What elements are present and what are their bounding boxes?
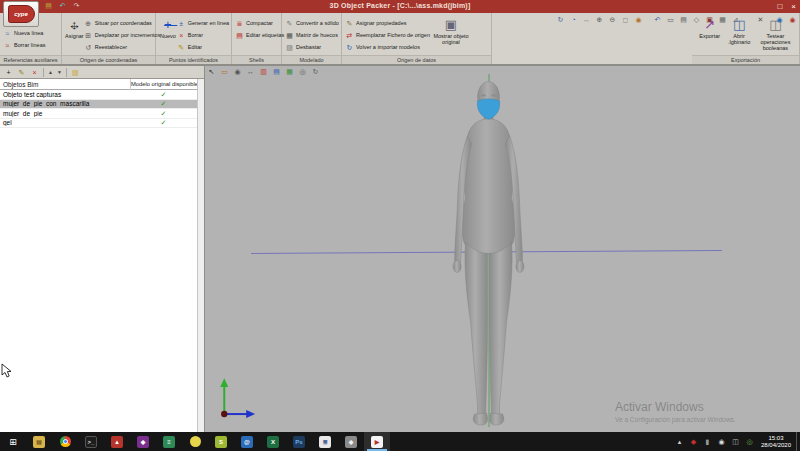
reestablecer-button[interactable]: ↺Reestablecer [84,42,161,52]
tray-app1-icon[interactable]: ◆ [689,437,698,446]
pin-icon[interactable]: ✕ [756,14,765,25]
zoom-extents-icon[interactable]: ◉ [634,14,643,25]
rotate-view-icon[interactable]: ↻ [556,14,565,25]
shaded-view-icon[interactable]: ▣ [705,14,714,25]
design-app-icon[interactable]: ▲ [104,432,130,451]
button-label: Convertir a sólido [296,20,339,26]
reemplazar-fichero-de-origen-button[interactable]: ⇄Reemplazar Fichero de origen [345,30,430,40]
app-logo[interactable]: cype [3,1,39,27]
object-row-mujer-de-pie[interactable]: mujer_de_pie✓ [0,109,197,119]
edit-object-icon[interactable]: ✎ [17,68,26,77]
mostrar-objeto-original-button[interactable]: ▣Mostrar objeto original [430,14,472,45]
pan-view-icon[interactable]: ↔ [582,14,591,25]
move-down-icon[interactable]: ▼ [57,69,62,75]
generar-en-l-nea-button[interactable]: ±Generar en línea [177,18,229,28]
zoom-window-icon[interactable]: ▭ [220,67,229,76]
perspective-view-icon[interactable]: ⊿ [731,14,740,25]
3d-viewport[interactable]: ↖▭◉↔▥▤▦◎↻ [204,65,800,432]
chrome-icon[interactable] [52,432,78,451]
cype-3d-object-packer-icon[interactable]: ▶ [364,432,390,451]
front-view-icon[interactable]: ▥ [259,67,268,76]
tray-network-icon[interactable]: ◫ [731,437,740,446]
close-window-button[interactable]: × [791,1,796,12]
tray-app2-icon[interactable]: ▮ [703,437,712,446]
photoshop-icon[interactable]: Ps [286,432,312,451]
terminal-icon[interactable]: >_ [78,432,104,451]
orbit-icon[interactable]: ◔ [569,14,578,25]
model-available-check: ✓ [130,118,197,127]
taskbar-clock[interactable]: 15:03 28/04/2020 [756,435,796,449]
rotate-icon[interactable]: ↻ [311,67,320,76]
borrar-button[interactable]: ×Borrar [177,30,229,40]
reimport-models-icon: ↻ [345,43,354,52]
photoshop-glyph: Ps [293,436,305,448]
visibility-icon[interactable]: ◎ [298,67,307,76]
pan-icon[interactable]: ↔ [246,67,255,76]
show-desktop-button[interactable] [796,432,800,451]
new-line-icon: ≈ [3,29,12,38]
show-original-icon: ▣ [445,17,457,32]
side-view-icon[interactable]: ▤ [272,67,281,76]
desplazar-por-incrementos-button[interactable]: ⊞Desplazar por incrementos [84,30,161,40]
zoom-in-icon[interactable]: ⊕ [595,14,604,25]
utility-app-icon[interactable]: ◆ [338,432,364,451]
tray-volume-icon[interactable]: ◉ [717,437,726,446]
object-name: mujer_de_pie [0,110,130,117]
file-explorer-icon[interactable]: ▤ [26,432,52,451]
button-label: Nuevo [160,33,176,39]
notes-app-icon[interactable]: ≡ [156,432,182,451]
top-view-icon[interactable]: ▦ [285,67,294,76]
borrar-l-neas-button[interactable]: ≈Borrar líneas [3,40,46,50]
object-row-objeto-test-capturas[interactable]: Objeto test capturas✓ [0,90,197,100]
desbastar-button[interactable]: ▨Desbastar [285,42,339,52]
3d-scene[interactable] [205,66,800,432]
sketch-app-icon[interactable]: S [208,432,234,451]
nueva-l-nea-button[interactable]: ≈Nueva línea [3,28,46,38]
document-app-icon[interactable]: ≣ [312,432,338,451]
front-view-icon[interactable]: ▭ [666,14,675,25]
zoom-window-icon[interactable]: ◻ [621,14,630,25]
mannequin-left-leg [465,242,488,416]
nuevo-button[interactable]: +—Nuevo [159,14,177,39]
mannequin-right-hand [516,260,524,272]
add-object-icon[interactable]: + [4,68,13,77]
iso-view-icon[interactable]: ◇ [692,14,701,25]
excel-icon[interactable]: X [260,432,286,451]
holes-matrix-icon: ▦ [285,31,294,40]
compactar-button[interactable]: ≣Compactar [235,18,284,28]
select-icon[interactable]: ↖ [207,67,216,76]
about-icon[interactable]: ◉ [788,14,797,25]
asignar-button[interactable]: ↔↕Asignar [65,14,84,39]
top-view-icon[interactable]: ▤ [679,14,688,25]
wireframe-view-icon[interactable]: ▦ [718,14,727,25]
open-folder-icon[interactable]: ▨ [71,68,80,77]
previous-view-icon[interactable]: ↶ [653,14,662,25]
start-button[interactable]: ⊞ [0,432,26,451]
zoom-out-icon[interactable]: ⊖ [608,14,617,25]
tray-expand-icon[interactable]: ▴ [675,437,684,446]
object-row-gel[interactable]: gel✓ [0,119,197,129]
volver-a-importar-modelos-button[interactable]: ↻Volver a importar modelos [345,42,430,52]
convertir-a-s-lido-button[interactable]: ✎Convertir a sólido [285,18,339,28]
mannequin-right-leg [490,242,513,416]
editar-etiquetas-button[interactable]: ▤Editar etiquetas [235,30,284,40]
zoom-extents-icon[interactable]: ◉ [233,67,242,76]
sketch-app-glyph: S [215,436,227,448]
move-increments-icon: ⊞ [84,31,93,40]
move-up-icon[interactable]: ▲ [48,69,53,75]
mannequin-torso [462,119,515,254]
asignar-propiedades-button[interactable]: ✎Asignar propiedades [345,18,430,28]
ideas-app-icon[interactable] [182,432,208,451]
help-icon[interactable]: ◉ [775,14,784,25]
delete-object-icon[interactable]: × [30,68,39,77]
media-app-icon[interactable]: ◆ [130,432,156,451]
mannequin-right-eye [491,94,496,96]
situar-por-coordenadas-button[interactable]: ⊕Situar por coordenadas [84,18,161,28]
tray-app3-icon[interactable]: ◎ [745,437,754,446]
matriz-de-huecos-button[interactable]: ▦Matriz de huecos [285,30,339,40]
panel-scrollbar[interactable] [197,79,204,432]
object-row-mujer-de-pie-con-mascarilla[interactable]: mujer_de_pie_con_mascarilla✓ [0,100,197,110]
editar-button[interactable]: ✎Editar [177,42,229,52]
restore-window-button[interactable]: □ [777,1,782,12]
mail-app-icon[interactable]: @ [234,432,260,451]
